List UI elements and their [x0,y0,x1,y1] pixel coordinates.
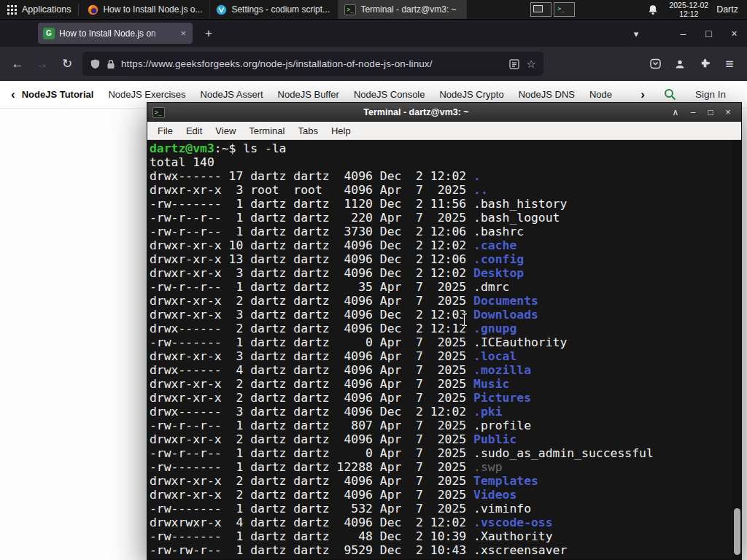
gfg-nav-tutorial[interactable]: ‹ NodeJS Tutorial [11,88,93,101]
terminal-line: drwxr-xr-x 3 dartz dartz 4096 Dec 2 12:0… [150,266,731,280]
bookmark-star-icon[interactable]: ☆ [527,58,536,71]
terminal-line: drwxr-xr-x 13 dartz dartz 4096 Dec 2 12:… [150,252,731,266]
terminal-scrollbar[interactable] [732,140,741,559]
terminal-line: drwxr-xr-x 3 dartz dartz 4096 Dec 2 12:0… [150,308,731,322]
gfg-favicon: G [43,28,55,39]
gfg-navbar-right: › Sign In [640,88,736,101]
browser-close-button[interactable]: × [721,20,747,47]
terminal-app-icon: >_ [152,107,165,118]
terminal-line: drwxr-xr-x 2 dartz dartz 4096 Apr 7 2025… [150,377,731,391]
taskbar-item-label: Terminal - dartz@vm3: ~ [360,4,456,15]
workspace-switcher: >_ [530,2,575,17]
account-button[interactable] [667,52,692,77]
workspace-2[interactable]: >_ [554,2,575,17]
list-all-tabs-button[interactable]: ▾ [627,25,645,42]
menu-tabs[interactable]: Tabs [291,125,324,136]
url-bar[interactable]: https://www.geeksforgeeks.org/node-js/in… [82,52,543,76]
desktop: Applications How to Install Node.js o...… [0,0,747,560]
taskbar-item-codium[interactable]: Settings - codium script... [210,0,338,19]
terminal-line: -rw-r--r-- 1 dartz dartz 3730 Dec 2 12:0… [150,225,731,238]
terminal-line: -rw------- 1 dartz dartz 0 Apr 7 2025 .I… [150,335,731,349]
applications-menu-button[interactable]: Applications [0,0,78,19]
browser-tab-active[interactable]: G How to Install Node.js on × [38,23,193,44]
terminal-line: -rw-r--r-- 1 dartz dartz 807 Apr 7 2025 … [150,419,731,432]
browser-maximize-button[interactable]: □ [696,20,721,47]
panel-divider [78,4,79,16]
extensions-button[interactable] [692,52,717,77]
terminal-line: drwxrwxr-x 4 dartz dartz 4096 Dec 2 12:0… [150,516,731,529]
back-button[interactable]: ← [5,52,30,77]
gfg-nav-dns[interactable]: NodeJS DNS [519,89,575,100]
menu-file[interactable]: File [151,125,179,136]
firefox-icon [88,4,98,15]
new-tab-button[interactable]: + [200,25,217,42]
sign-in-button[interactable]: Sign In [695,89,726,100]
terminal-line: drwxr-xr-x 2 dartz dartz 4096 Apr 7 2025… [150,432,731,446]
terminal-maximize-button[interactable]: □ [703,107,719,117]
top-panel: Applications How to Install Node.js o...… [0,0,747,20]
terminal-line: -rw-r--r-- 1 dartz dartz 35 Apr 7 2025 .… [150,280,731,294]
mini-terminal-icon: >_ [557,5,565,14]
menu-edit[interactable]: Edit [179,125,209,136]
tab-close-icon[interactable]: × [179,28,187,39]
tracking-shield-icon [90,58,101,70]
terminal-line: drwx------ 4 dartz dartz 4096 Apr 7 2025… [150,363,731,377]
gfg-nav-assert[interactable]: NodeJS Assert [201,89,263,100]
terminal-window-controls: ∧ – □ × [667,107,736,117]
terminal-menubar: File Edit View Terminal Tabs Help [147,122,741,140]
gfg-nav-more[interactable]: Node [589,89,612,100]
taskbar-item-firefox[interactable]: How to Install Node.js o... [82,0,210,19]
terminal-titlebar[interactable]: >_ Terminal - dartz@vm3: ~ ∧ – □ × [147,103,741,122]
terminal-close-button[interactable]: × [720,107,736,117]
codium-icon [216,4,227,15]
forward-button[interactable]: → [30,52,55,77]
search-icon[interactable] [664,88,676,101]
scrollbar-thumb[interactable] [734,508,740,555]
menu-help[interactable]: Help [325,125,357,136]
taskbar-item-label: How to Install Node.js o... [103,4,202,15]
mini-window-icon [533,5,543,12]
terminal-shade-button[interactable]: ∧ [667,107,684,117]
terminal-line: -rw-r--r-- 1 dartz dartz 0 Apr 7 2025 .s… [150,446,731,460]
terminal-output: dartz@vm3:~$ ls -latotal 140drwx------ 1… [150,141,731,557]
terminal-line: total 140 [150,155,731,169]
notification-button[interactable] [642,4,664,15]
firefox-nav-toolbar: ← → ↻ https://www.geeksforgeeks.org/node… [0,47,747,81]
panel-clock[interactable]: 2025-12-02 12:12 [664,1,713,18]
terminal-window: >_ Terminal - dartz@vm3: ~ ∧ – □ × File … [147,102,742,560]
bell-icon [648,4,658,15]
chevron-left-icon[interactable]: ‹ [11,88,15,101]
terminal-line: dartz@vm3:~$ ls -la [150,141,731,155]
terminal-line: drwxr-xr-x 10 dartz dartz 4096 Dec 2 12:… [150,238,731,252]
menu-view[interactable]: View [209,125,242,136]
terminal-minimize-button[interactable]: – [685,107,701,117]
terminal-icon: >_ [344,4,356,15]
taskbar-item-label: Settings - codium script... [231,4,330,15]
gfg-nav-buffer[interactable]: NodeJS Buffer [278,89,339,100]
gfg-nav-exercises[interactable]: NodeJS Exercises [108,89,185,100]
menu-terminal[interactable]: Terminal [242,125,291,136]
gfg-nav-console[interactable]: NodeJS Console [354,89,425,100]
terminal-line: -rw------- 1 dartz dartz 12288 Apr 7 202… [150,460,731,474]
browser-minimize-button[interactable]: – [670,20,696,47]
terminal-line: -rw------- 1 dartz dartz 532 Apr 7 2025 … [150,502,731,516]
terminal-line: drwxr-xr-x 3 root root 4096 Apr 7 2025 .… [150,183,731,197]
pocket-button[interactable] [643,52,667,77]
gfg-nav-label: NodeJS Tutorial [22,89,94,100]
applications-grid-icon [7,5,17,15]
chevron-right-icon[interactable]: › [640,88,645,101]
extensions-puzzle-icon [700,58,711,69]
browser-window-controls: – □ × [670,20,747,47]
window-taskbar: How to Install Node.js o... Settings - c… [82,0,467,19]
terminal-line: -rw-rw-r-- 1 dartz dartz 9529 Dec 2 10:4… [150,543,731,557]
reload-button[interactable]: ↻ [55,52,80,77]
terminal-line: drwxr-xr-x 3 dartz dartz 4096 Apr 7 2025… [150,349,731,363]
reader-view-icon[interactable] [509,59,519,69]
workspace-1[interactable] [530,2,551,17]
taskbar-item-terminal[interactable]: >_ Terminal - dartz@vm3: ~ [338,0,467,19]
app-menu-button[interactable]: ≡ [717,52,742,77]
gfg-nav-crypto[interactable]: NodeJS Crypto [439,89,503,100]
panel-user-label[interactable]: Dartz [713,4,747,15]
terminal-line: drwx------ 2 dartz dartz 4096 Dec 2 12:1… [150,322,731,335]
terminal-viewport[interactable]: dartz@vm3:~$ ls -latotal 140drwx------ 1… [147,140,741,559]
